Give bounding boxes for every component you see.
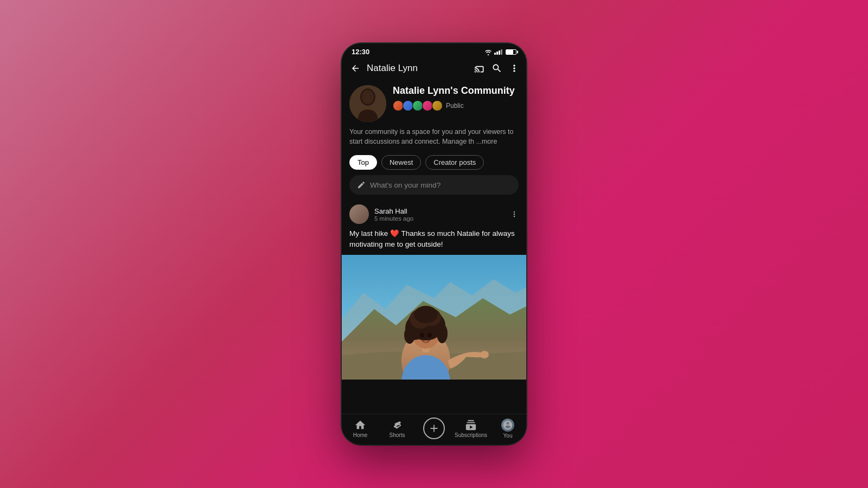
svg-point-15 [420, 333, 424, 338]
bottom-nav: Home Shorts Subscriptions [342, 414, 526, 445]
community-description: Your community is a space for you and yo… [342, 127, 526, 151]
member-avatar-4 [422, 100, 433, 111]
post-input-bar[interactable]: What's on your mind? [349, 175, 519, 195]
nav-item-subscriptions[interactable]: Subscriptions [452, 419, 489, 438]
nav-item-you[interactable]: You [489, 419, 526, 439]
tab-top[interactable]: Top [349, 155, 377, 170]
you-avatar [501, 419, 514, 432]
post-text: My last hike ❤️ Thanks so much Natalie f… [342, 228, 526, 255]
community-avatar-image [349, 85, 386, 122]
post-placeholder[interactable]: What's on your mind? [370, 181, 441, 189]
subscriptions-label: Subscriptions [455, 432, 487, 438]
community-name: Natalie Lynn's Community [393, 85, 519, 97]
community-avatar [349, 85, 386, 122]
svg-point-13 [404, 326, 415, 344]
you-label: You [503, 433, 513, 439]
page-title: Natalie Lynn [367, 63, 470, 74]
wifi-icon [484, 49, 492, 55]
svg-point-2 [362, 90, 374, 104]
member-avatar-1 [393, 100, 404, 111]
main-content: Natalie Lynn's Community Public Your com… [342, 79, 526, 414]
tab-creator-posts[interactable]: Creator posts [425, 155, 484, 170]
filter-tabs: Top Newest Creator posts [342, 151, 526, 175]
battery-icon [506, 49, 516, 55]
back-button[interactable] [348, 61, 362, 75]
post-more-options-icon[interactable] [510, 210, 519, 219]
more-link[interactable]: ...more [476, 138, 497, 145]
add-button[interactable] [423, 418, 445, 439]
post-author-name: Sarah Hall [374, 207, 505, 215]
visibility-label: Public [446, 102, 464, 110]
home-label: Home [353, 432, 368, 438]
phone-frame: 12:30 Na [342, 43, 526, 445]
post-header: Sarah Hall 5 minutes ago [342, 200, 526, 228]
member-avatar-2 [403, 100, 413, 111]
svg-point-16 [427, 333, 432, 338]
post-card: Sarah Hall 5 minutes ago My last hike ❤️… [342, 200, 526, 380]
post-meta: Sarah Hall 5 minutes ago [374, 207, 505, 222]
subscriptions-icon [465, 419, 477, 431]
compose-icon [357, 181, 366, 189]
tab-newest[interactable]: Newest [381, 155, 421, 170]
svg-point-12 [414, 306, 438, 323]
community-header: Natalie Lynn's Community Public [342, 79, 526, 127]
status-bar: 12:30 [342, 43, 526, 58]
community-info: Natalie Lynn's Community Public [393, 85, 519, 112]
post-image-svg [342, 255, 526, 380]
nav-item-add[interactable] [416, 418, 452, 439]
member-avatar-3 [412, 100, 423, 111]
status-time: 12:30 [352, 48, 369, 56]
nav-item-shorts[interactable]: Shorts [379, 419, 416, 438]
nav-item-home[interactable]: Home [342, 419, 379, 438]
member-avatars: Public [393, 100, 519, 111]
shorts-icon [391, 419, 403, 431]
shorts-label: Shorts [390, 432, 405, 438]
more-options-icon[interactable] [509, 63, 520, 74]
signal-icon [494, 49, 502, 55]
top-nav: Natalie Lynn [342, 58, 526, 79]
svg-point-17 [480, 351, 489, 358]
post-timestamp: 5 minutes ago [374, 215, 505, 222]
search-icon[interactable] [492, 63, 502, 74]
home-icon [354, 419, 366, 431]
post-author-avatar [349, 204, 369, 224]
member-avatar-5 [432, 100, 443, 111]
nav-action-icons [474, 63, 520, 74]
post-image [342, 255, 526, 380]
svg-point-14 [437, 324, 448, 343]
status-icons [484, 49, 516, 55]
cast-icon[interactable] [474, 63, 485, 74]
